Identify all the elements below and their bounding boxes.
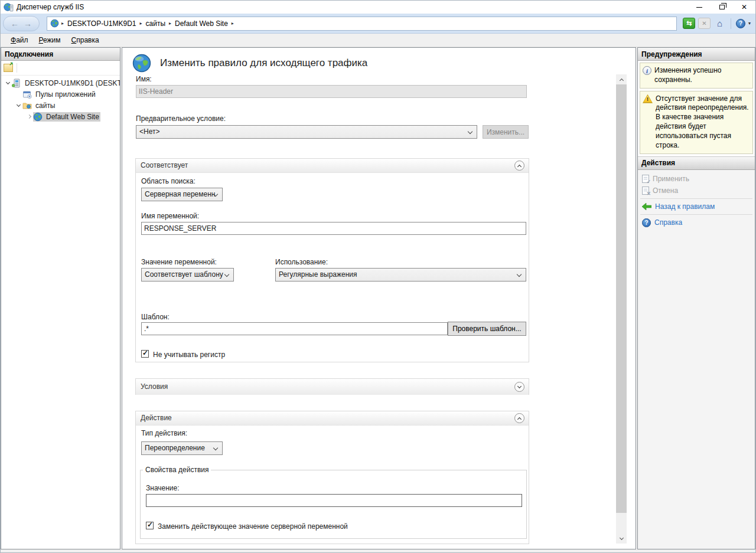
conditions-section: Условия bbox=[135, 378, 529, 395]
tree-item-server[interactable]: DESKTOP-U1MK9D1 (DESKTOP bbox=[1, 77, 120, 89]
minimize-button[interactable] bbox=[688, 1, 711, 14]
back-button[interactable]: ← bbox=[11, 19, 19, 28]
expand-section-icon[interactable] bbox=[514, 382, 524, 392]
tree-item-app-pools[interactable]: Пулы приложений bbox=[1, 89, 120, 100]
breadcrumb-sites[interactable]: сайты bbox=[146, 19, 166, 28]
edit-precondition-button[interactable]: Изменить... bbox=[483, 125, 529, 139]
workspace: Подключения DESKTOP-U1MK9D1 (DESKTOP bbox=[1, 47, 755, 549]
tree-item-label: Default Web Site bbox=[45, 112, 100, 122]
breadcrumb-server[interactable]: DESKTOP-U1MK9D1 bbox=[67, 19, 136, 28]
apply-icon: ✓ bbox=[642, 175, 649, 183]
vertical-scrollbar[interactable] bbox=[616, 74, 627, 544]
breadcrumb-separator: ▸ bbox=[169, 21, 171, 26]
help-icon[interactable]: ? bbox=[736, 19, 745, 28]
restore-icon bbox=[719, 5, 725, 9]
page-title: Изменить правило для исходящего трафика bbox=[160, 57, 367, 69]
variable-value-label: Значение переменной: bbox=[141, 258, 217, 266]
collapse-section-icon[interactable] bbox=[514, 161, 524, 171]
server-icon bbox=[12, 78, 22, 88]
name-field[interactable] bbox=[136, 85, 527, 98]
selected-tree-item: Default Web Site bbox=[33, 112, 100, 122]
bottom-strip bbox=[1, 549, 755, 553]
actions-list: ✓ Применить ✕ Отмена Назад к правилам ? bbox=[638, 170, 755, 232]
close-icon: ✕ bbox=[741, 3, 747, 11]
menu-view[interactable]: Режим bbox=[34, 34, 66, 46]
scope-select[interactable]: Серверная переменн bbox=[141, 188, 223, 201]
expand-chevron-icon[interactable] bbox=[25, 115, 33, 118]
address-bar-actions: ⇆ ✕ ⌂ ? ▾ bbox=[683, 18, 751, 29]
help-icon: ? bbox=[642, 218, 651, 227]
collapse-chevron-icon[interactable] bbox=[4, 82, 12, 84]
back-to-rules-action[interactable]: Назад к правилам bbox=[638, 201, 755, 212]
precondition-select[interactable]: <Нет> bbox=[136, 125, 477, 139]
window-controls: ✕ bbox=[688, 1, 755, 14]
info-icon: i bbox=[643, 66, 651, 75]
cancel-action[interactable]: ✕ Отмена bbox=[638, 185, 755, 197]
server-globe-icon bbox=[50, 19, 59, 28]
connections-toolbar bbox=[1, 61, 120, 76]
home-icon[interactable]: ⌂ bbox=[713, 18, 726, 29]
refresh-icon[interactable]: ⇆ bbox=[683, 18, 695, 29]
help-action[interactable]: ? Справка bbox=[638, 217, 755, 229]
stop-icon[interactable]: ✕ bbox=[698, 18, 711, 29]
menu-help[interactable]: Справка bbox=[66, 34, 105, 46]
action-type-label: Тип действия: bbox=[141, 429, 187, 437]
breadcrumb-default-web-site[interactable]: Default Web Site bbox=[175, 19, 228, 28]
apply-action[interactable]: ✓ Применить bbox=[638, 173, 755, 185]
variable-value-select[interactable]: Соответствует шаблону bbox=[141, 268, 234, 282]
divider bbox=[731, 18, 731, 29]
variable-name-field[interactable] bbox=[141, 222, 526, 235]
alert-text: Изменения успешно сохранены. bbox=[654, 66, 750, 85]
application-pools-icon bbox=[22, 90, 32, 99]
window-title: Диспетчер служб IIS bbox=[17, 3, 84, 11]
conditions-section-header[interactable]: Условия bbox=[136, 379, 529, 395]
warning-icon: ! bbox=[643, 94, 653, 103]
precondition-label: Предварительное условие: bbox=[136, 114, 226, 123]
page-globe-icon bbox=[132, 53, 152, 73]
collapse-section-icon[interactable] bbox=[514, 413, 524, 423]
restore-button[interactable] bbox=[711, 1, 733, 14]
menu-bar: Файл Режим Справка bbox=[1, 34, 755, 47]
app-icon bbox=[4, 2, 14, 12]
tree-item-label: DESKTOP-U1MK9D1 (DESKTOP bbox=[24, 78, 120, 88]
variable-name-label: Имя переменной: bbox=[141, 212, 199, 220]
test-pattern-button[interactable]: Проверить шаблон... bbox=[448, 322, 526, 336]
ignore-case-label: Не учитывать регистр bbox=[153, 351, 225, 359]
replace-value-checkbox[interactable] bbox=[146, 522, 154, 529]
collapse-chevron-icon[interactable] bbox=[14, 104, 22, 106]
pattern-label: Шаблон: bbox=[141, 313, 170, 321]
actions-header: Действия bbox=[638, 157, 755, 170]
breadcrumb[interactable]: ▸ DESKTOP-U1MK9D1 ▸ сайты ▸ Default Web … bbox=[47, 17, 677, 31]
close-button[interactable]: ✕ bbox=[733, 1, 755, 14]
cancel-label: Отмена bbox=[653, 186, 678, 195]
tree-item-label: Пулы приложений bbox=[34, 90, 97, 99]
iis-manager-window: Диспетчер служб IIS ✕ ← → ▸ DESKTOP-U1MK… bbox=[0, 0, 756, 553]
warnings-list: i Изменения успешно сохранены. ! Отсутст… bbox=[638, 61, 755, 157]
breadcrumb-separator: ▸ bbox=[232, 21, 234, 26]
apply-label: Применить bbox=[653, 175, 689, 183]
create-connection-icon[interactable] bbox=[4, 64, 13, 72]
action-section: Действие Тип действия: Переопределение С… bbox=[135, 411, 529, 544]
connections-tree: DESKTOP-U1MK9D1 (DESKTOP Пулы приложений… bbox=[1, 76, 120, 122]
back-to-rules-label: Назад к правилам bbox=[655, 202, 715, 211]
ignore-case-checkbox[interactable] bbox=[141, 350, 149, 358]
scrollbar-thumb[interactable] bbox=[616, 84, 627, 513]
scroll-up-icon[interactable] bbox=[616, 74, 627, 84]
match-section-header[interactable]: Соответствует bbox=[136, 159, 529, 173]
help-dropdown-caret-icon[interactable]: ▾ bbox=[748, 21, 751, 26]
minimize-icon bbox=[696, 7, 702, 8]
value-field[interactable] bbox=[146, 494, 522, 507]
action-type-select[interactable]: Переопределение bbox=[141, 441, 223, 455]
pattern-field[interactable] bbox=[141, 322, 448, 335]
action-section-header[interactable]: Действие bbox=[136, 411, 529, 426]
scroll-down-icon[interactable] bbox=[616, 534, 627, 544]
tree-item-default-web-site[interactable]: Default Web Site bbox=[1, 111, 120, 122]
tree-item-sites[interactable]: сайты bbox=[1, 100, 120, 111]
replace-value-label: Заменить действующее значение серверной … bbox=[158, 522, 348, 531]
forward-button[interactable]: → bbox=[24, 19, 32, 28]
using-select[interactable]: Регулярные выражения bbox=[275, 268, 526, 282]
warnings-header: Предупреждения bbox=[638, 48, 755, 61]
address-bar: ← → ▸ DESKTOP-U1MK9D1 ▸ сайты ▸ Default … bbox=[1, 14, 755, 34]
info-alert: i Изменения успешно сохранены. bbox=[640, 63, 753, 89]
menu-file[interactable]: Файл bbox=[5, 34, 34, 46]
